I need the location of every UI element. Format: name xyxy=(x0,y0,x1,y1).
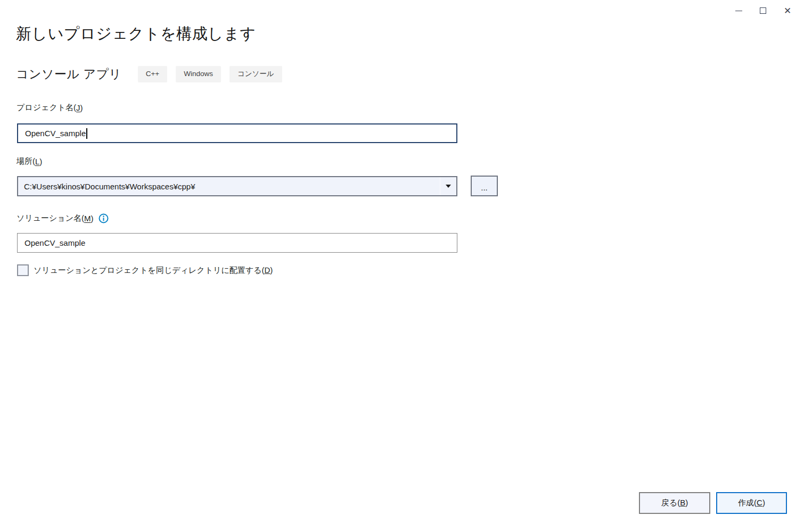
close-button[interactable]: ✕ xyxy=(775,2,800,20)
project-name-label-close: ) xyxy=(80,103,83,112)
create-button-label: 作成(C) xyxy=(738,498,765,508)
checkbox-label-text: ソリューションとプロジェクトを同じディレクトリに配置する( xyxy=(34,265,264,275)
info-icon[interactable] xyxy=(99,213,109,223)
back-button-close: ) xyxy=(685,498,688,507)
project-name-access-key: J xyxy=(76,103,80,112)
solution-name-access-key: M xyxy=(84,214,91,223)
create-button-close: ) xyxy=(762,498,765,507)
same-directory-checkbox-row[interactable]: ソリューションとプロジェクトを同じディレクトリに配置する(D) xyxy=(17,264,273,276)
browse-location-label: ... xyxy=(481,185,488,190)
project-name-value: OpenCV_sample xyxy=(25,129,86,138)
tag-platform: Windows xyxy=(176,66,221,82)
text-caret xyxy=(86,128,87,139)
close-icon: ✕ xyxy=(784,6,791,15)
location-label: 場所(L) xyxy=(17,156,42,167)
location-label-text: 場所( xyxy=(17,156,35,167)
create-button-access-key: C xyxy=(757,498,762,507)
same-directory-checkbox-label: ソリューションとプロジェクトを同じディレクトリに配置する(D) xyxy=(34,265,273,276)
project-name-input[interactable]: OpenCV_sample xyxy=(17,123,457,143)
chevron-down-icon xyxy=(446,185,451,188)
tag-language: C++ xyxy=(138,66,168,82)
location-value: C:¥Users¥kinos¥Documents¥Workspaces¥cpp¥ xyxy=(24,182,440,191)
minimize-icon xyxy=(735,11,742,11)
back-button[interactable]: 戻る(B) xyxy=(639,492,710,514)
browse-location-button[interactable]: ... xyxy=(471,176,498,196)
minimize-button[interactable] xyxy=(726,2,751,20)
info-icon-svg xyxy=(99,213,109,223)
location-combobox[interactable]: C:¥Users¥kinos¥Documents¥Workspaces¥cpp¥ xyxy=(17,176,457,196)
back-button-label: 戻る(B) xyxy=(661,498,688,508)
template-row: コンソール アプリ C++ Windows コンソール xyxy=(16,66,291,82)
maximize-icon xyxy=(760,7,766,14)
location-label-close: ) xyxy=(39,157,42,166)
solution-name-label-text: ソリューション名( xyxy=(17,213,84,223)
create-button[interactable]: 作成(C) xyxy=(716,492,787,514)
location-access-key: L xyxy=(35,157,39,166)
solution-name-label-close: ) xyxy=(91,214,94,223)
back-button-text: 戻る( xyxy=(661,498,680,507)
solution-name-value: OpenCV_sample xyxy=(24,238,85,247)
page-title: 新しいプロジェクトを構成します xyxy=(16,23,256,45)
checkbox-access-key: D xyxy=(264,265,270,275)
back-button-access-key: B xyxy=(680,498,685,507)
create-button-text: 作成( xyxy=(738,498,757,507)
solution-name-input[interactable]: OpenCV_sample xyxy=(17,233,457,253)
location-dropdown-button[interactable] xyxy=(440,177,456,195)
maximize-button[interactable] xyxy=(751,2,775,20)
project-name-label: プロジェクト名(J) xyxy=(17,103,83,113)
project-name-label-text: プロジェクト名( xyxy=(17,103,76,113)
checkbox-label-close: ) xyxy=(270,265,273,275)
same-directory-checkbox[interactable] xyxy=(17,264,29,276)
solution-name-label: ソリューション名(M) xyxy=(17,213,109,223)
template-name: コンソール アプリ xyxy=(16,66,122,82)
titlebar: ✕ xyxy=(726,0,800,21)
tag-project-type: コンソール xyxy=(229,66,282,82)
